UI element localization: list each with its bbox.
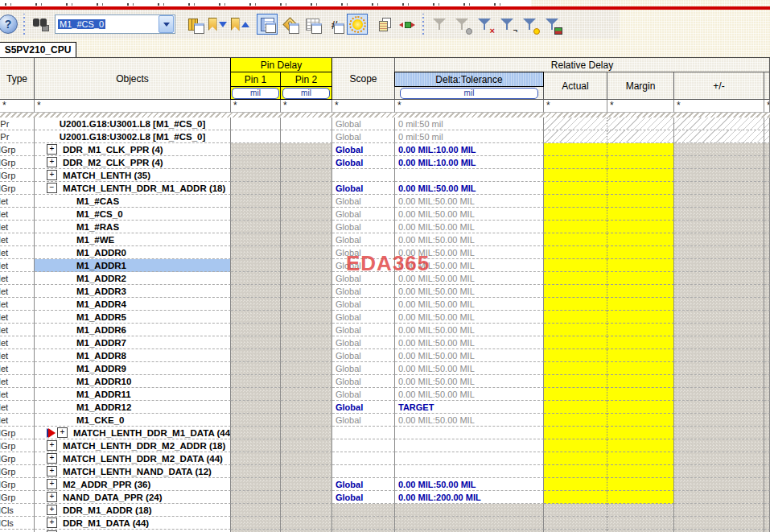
- object-cell[interactable]: +NAND_DATA_PPR (24): [35, 491, 231, 504]
- type-cell[interactable]: NGrp: [0, 491, 35, 504]
- scope-cell[interactable]: Global: [332, 195, 395, 208]
- delta-tolerance-cell[interactable]: [395, 427, 544, 439]
- actual-cell[interactable]: [544, 465, 607, 478]
- object-cell[interactable]: M1_#WE: [35, 233, 231, 246]
- combo-dropdown-button[interactable]: [159, 15, 174, 33]
- pin1-cell[interactable]: [231, 504, 281, 517]
- type-cell[interactable]: Net: [0, 311, 35, 324]
- expand-icon[interactable]: +: [47, 157, 57, 167]
- actual-cell[interactable]: [544, 208, 607, 221]
- delta-tolerance-cell[interactable]: [395, 504, 544, 517]
- actual-cell[interactable]: [544, 285, 607, 298]
- delta-tolerance-cell[interactable]: 0.00 MIL:50.00 MIL: [395, 311, 544, 324]
- expand-icon[interactable]: +: [47, 492, 57, 502]
- expand-icon[interactable]: +: [47, 518, 57, 528]
- object-cell[interactable]: +DDR_M2_CLK_PPR (4): [35, 156, 231, 169]
- scope-cell[interactable]: [332, 427, 395, 439]
- actual-cell[interactable]: [544, 504, 607, 517]
- delta-tolerance-cell[interactable]: TARGET: [395, 401, 544, 414]
- plus-minus-cell[interactable]: [674, 427, 764, 439]
- pin2-cell[interactable]: [281, 130, 332, 143]
- margin-cell[interactable]: [607, 195, 674, 208]
- plus-minus-cell[interactable]: [674, 401, 764, 414]
- plus-minus-cell[interactable]: [674, 195, 764, 208]
- scope-cell[interactable]: Global: [332, 285, 395, 298]
- plus-minus-cell[interactable]: [674, 130, 764, 143]
- object-cell[interactable]: −MATCH_LENTH_DDR_M1_ADDR (18): [35, 182, 231, 195]
- plus-minus-cell[interactable]: [674, 336, 764, 349]
- scope-cell[interactable]: Global: [332, 336, 395, 349]
- type-cell[interactable]: Net: [0, 324, 35, 336]
- margin-cell[interactable]: [607, 478, 674, 491]
- type-cell[interactable]: NGrp: [0, 427, 35, 439]
- expand-icon[interactable]: +: [47, 144, 57, 155]
- object-cell[interactable]: +MATCH_LENTH_DDR_M2_DATA (44): [35, 452, 231, 465]
- plus-minus-cell[interactable]: [674, 452, 764, 465]
- margin-cell[interactable]: [607, 427, 674, 439]
- object-cell[interactable]: +MATCH_LENTH_DDR_M1_DATA (44): [35, 427, 231, 439]
- pin2-cell[interactable]: [281, 427, 332, 439]
- pin2-cell[interactable]: [281, 311, 332, 324]
- filter-x-icon[interactable]: ×: [474, 14, 495, 35]
- pin2-cell[interactable]: [281, 336, 332, 349]
- tag-window-icon[interactable]: [279, 14, 300, 35]
- margin-cell[interactable]: [607, 414, 674, 427]
- pin2-cell[interactable]: [281, 439, 332, 452]
- delta-tolerance-cell[interactable]: 0.00 MIL:50.00 MIL: [395, 414, 544, 427]
- margin-cell[interactable]: [607, 143, 674, 156]
- actual-cell[interactable]: [544, 375, 607, 388]
- scope-cell[interactable]: Global: [332, 349, 395, 362]
- type-cell[interactable]: Net: [0, 233, 35, 246]
- actual-cell[interactable]: [544, 169, 607, 182]
- pin2-cell[interactable]: [281, 195, 332, 208]
- object-cell[interactable]: +MATCH_LENTH_NAND_DATA (12): [35, 465, 231, 478]
- pin2-cell[interactable]: [281, 388, 332, 401]
- filter-cell-scope[interactable]: *: [332, 100, 395, 113]
- margin-cell[interactable]: [607, 246, 674, 259]
- pin2-cell[interactable]: [281, 246, 332, 259]
- scope-cell[interactable]: Global: [332, 478, 395, 491]
- margin-cell[interactable]: [607, 362, 674, 375]
- expand-icon[interactable]: +: [47, 466, 57, 476]
- pin2-cell[interactable]: [281, 272, 332, 285]
- pin1-cell[interactable]: [231, 118, 281, 130]
- actual-cell[interactable]: [544, 401, 607, 414]
- copy-pages-icon[interactable]: [374, 14, 395, 35]
- pin2-cell[interactable]: [281, 452, 332, 465]
- margin-cell[interactable]: [607, 517, 674, 530]
- actual-cell[interactable]: [544, 195, 607, 208]
- object-cell[interactable]: M1_ADDR2: [35, 272, 231, 285]
- pin1-cell[interactable]: [231, 259, 281, 272]
- type-cell[interactable]: Net: [0, 195, 35, 208]
- delta-tolerance-cell[interactable]: 0.00 MIL:50.00 MIL: [395, 336, 544, 349]
- pin2-cell[interactable]: [281, 221, 332, 233]
- actual-cell[interactable]: [544, 298, 607, 311]
- pin1-cell[interactable]: [231, 311, 281, 324]
- plus-minus-cell[interactable]: [674, 478, 764, 491]
- actual-cell[interactable]: [544, 491, 607, 504]
- margin-cell[interactable]: [607, 221, 674, 233]
- type-cell[interactable]: Net: [0, 375, 35, 388]
- plus-minus-cell[interactable]: [674, 298, 764, 311]
- object-cell[interactable]: M1_#CAS: [35, 195, 231, 208]
- type-cell[interactable]: Net: [0, 246, 35, 259]
- pin1-cell[interactable]: [231, 169, 281, 182]
- expand-icon[interactable]: +: [57, 427, 68, 438]
- pin2-cell[interactable]: [281, 143, 332, 156]
- delta-tolerance-cell[interactable]: 0.00 MIL:10.00 MIL: [395, 156, 544, 169]
- pin2-cell[interactable]: [281, 478, 332, 491]
- actual-cell[interactable]: [544, 478, 607, 491]
- pin2-cell[interactable]: [281, 414, 332, 427]
- actual-cell[interactable]: [544, 349, 607, 362]
- node-link-icon[interactable]: [397, 14, 418, 35]
- actual-cell[interactable]: [544, 439, 607, 452]
- pin2-cell[interactable]: [281, 233, 332, 246]
- expand-icon[interactable]: +: [47, 453, 57, 464]
- object-cell[interactable]: +DDR_M1_ADDR (18): [35, 504, 231, 517]
- object-cell[interactable]: M1_ADDR12: [35, 401, 231, 414]
- expand-icon[interactable]: +: [47, 505, 57, 515]
- columns-window-icon[interactable]: [184, 14, 205, 35]
- type-cell[interactable]: NGrp: [0, 182, 35, 195]
- scope-cell[interactable]: [332, 169, 395, 182]
- margin-cell[interactable]: [607, 118, 674, 130]
